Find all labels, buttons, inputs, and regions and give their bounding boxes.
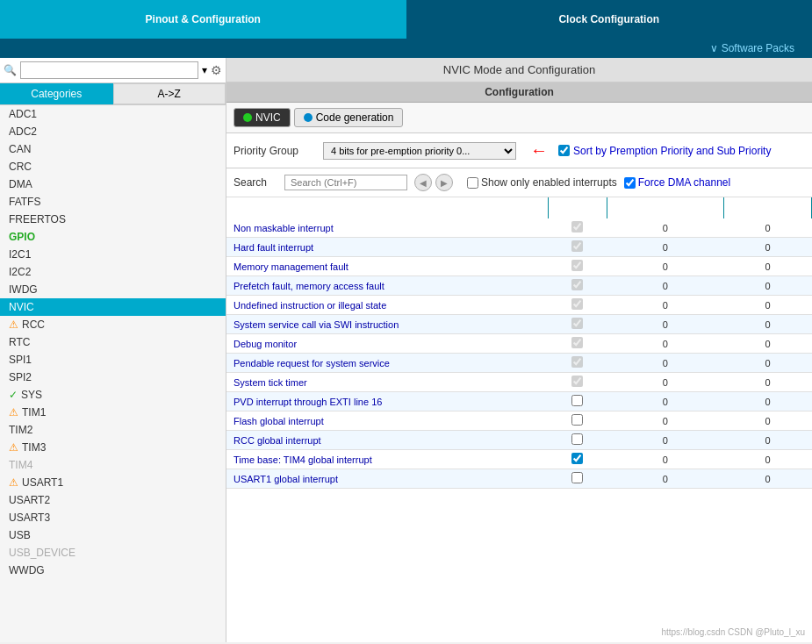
interrupt-sub: 0 (724, 276, 812, 296)
sidebar-item-usb_device[interactable]: USB_DEVICE (0, 544, 226, 562)
sidebar-item-usart2[interactable]: USART2 (0, 491, 226, 509)
header: Pinout & Configuration Clock Configurati… (0, 0, 812, 39)
sidebar-search-input[interactable] (20, 61, 198, 79)
sidebar-item-label: USART3 (9, 512, 50, 524)
interrupt-enabled-checkbox[interactable] (571, 337, 583, 348)
priority-group-label: Priority Group (234, 145, 313, 157)
sidebar-item-i2c1[interactable]: I2C1 (0, 246, 226, 263)
table-row: Memory management fault00 (226, 257, 812, 276)
sidebar-item-dma[interactable]: DMA (0, 175, 226, 193)
tab-code-gen[interactable]: Code generation (294, 108, 404, 127)
table-row: System service call via SWI instruction0… (226, 315, 812, 334)
interrupt-enabled-checkbox[interactable] (571, 472, 583, 483)
sidebar-item-can[interactable]: CAN (0, 140, 226, 158)
warn-icon: ⚠ (9, 476, 18, 489)
sidebar-item-usb[interactable]: USB (0, 526, 226, 544)
sidebar-item-label: RCC (22, 318, 45, 331)
interrupt-enabled (549, 315, 607, 334)
interrupt-preemption: 0 (607, 373, 723, 392)
sidebar-list: ADC1ADC2CANCRCDMAFATFSFREERTOSGPIOI2C1I2… (0, 105, 226, 642)
gear-icon[interactable]: ⚙ (211, 63, 222, 77)
sidebar-item-tim1[interactable]: ⚠ TIM1 (0, 404, 226, 421)
sidebar-item-sys[interactable]: ✓ SYS (0, 386, 226, 404)
software-packs-link[interactable]: ∨ Software Packs (710, 42, 794, 54)
priority-group-row: Priority Group 4 bits for pre-emption pr… (226, 133, 812, 168)
col-name: NVIC Interrupt Table (226, 197, 549, 218)
sidebar-item-tim4[interactable]: TIM4 (0, 456, 226, 474)
force-dma-checkbox[interactable] (624, 177, 636, 189)
pinout-tab[interactable]: Pinout & Configuration (0, 0, 406, 39)
table-row: Flash global interrupt00 (226, 411, 812, 431)
interrupt-enabled (549, 354, 607, 373)
sidebar-item-label: FREERTOS (9, 213, 66, 225)
sidebar-item-label: IWDG (9, 283, 38, 296)
table-row: Prefetch fault, memory access fault00 (226, 276, 812, 296)
sidebar-item-tim2[interactable]: TIM2 (0, 421, 226, 439)
sidebar-item-tim3[interactable]: ⚠ TIM3 (0, 439, 226, 456)
filter-options: Show only enabled interrupts Force DMA c… (467, 176, 730, 189)
interrupt-name: Prefetch fault, memory access fault (226, 276, 549, 296)
interrupt-preemption: 0 (607, 296, 723, 315)
dropdown-icon[interactable]: ▾ (202, 64, 207, 76)
interrupt-enabled-checkbox[interactable] (571, 221, 583, 233)
sidebar-item-crc[interactable]: CRC (0, 158, 226, 175)
sidebar-item-spi2[interactable]: SPI2 (0, 369, 226, 386)
interrupt-sub: 0 (724, 431, 812, 450)
sidebar-item-usart3[interactable]: USART3 (0, 509, 226, 526)
sidebar-item-usart1[interactable]: ⚠ USART1 (0, 474, 226, 491)
sidebar-item-i2c2[interactable]: I2C2 (0, 263, 226, 281)
interrupt-name: Undefined instruction or illegal state (226, 296, 549, 315)
sidebar-item-wwdg[interactable]: WWDG (0, 562, 226, 579)
sidebar-item-label: TIM2 (9, 424, 32, 436)
priority-group-select[interactable]: 4 bits for pre-emption priority 0... (323, 142, 516, 160)
interrupt-name: RCC global interrupt (226, 431, 549, 450)
sidebar: 🔍 ▾ ⚙ Categories A->Z ADC1ADC2CANCRCDMAF… (0, 58, 226, 642)
sidebar-item-adc2[interactable]: ADC2 (0, 123, 226, 140)
sidebar-item-label: USART1 (22, 476, 63, 489)
interrupt-enabled (549, 431, 607, 450)
interrupt-enabled-checkbox[interactable] (571, 376, 583, 387)
sidebar-item-freertos[interactable]: FREERTOS (0, 211, 226, 228)
sidebar-item-label: USB_DEVICE (9, 547, 75, 559)
show-enabled-checkbox[interactable] (467, 177, 478, 189)
interrupt-enabled-checkbox[interactable] (571, 260, 583, 271)
interrupt-enabled-checkbox[interactable] (571, 453, 583, 464)
watermark: https://blog.csdn CSDN @Pluto_l_xu (661, 627, 805, 637)
interrupt-enabled-checkbox[interactable] (571, 298, 583, 310)
sidebar-item-rcc[interactable]: ⚠ RCC (0, 316, 226, 333)
search-input[interactable] (284, 175, 407, 190)
interrupt-preemption: 0 (607, 354, 723, 373)
tab-nvic[interactable]: NVIC (234, 108, 291, 127)
interrupt-enabled-checkbox[interactable] (571, 433, 583, 445)
sidebar-item-gpio[interactable]: GPIO (0, 228, 226, 246)
interrupt-preemption: 0 (607, 276, 723, 296)
table-row: Undefined instruction or illegal state00 (226, 296, 812, 315)
interrupt-sub: 0 (724, 373, 812, 392)
interrupt-enabled-checkbox[interactable] (571, 318, 583, 329)
sidebar-item-nvic[interactable]: NVIC (0, 298, 226, 316)
sidebar-item-iwdg[interactable]: IWDG (0, 281, 226, 298)
table-row: System tick timer00 (226, 373, 812, 392)
interrupt-enabled-checkbox[interactable] (571, 395, 583, 406)
clock-tab[interactable]: Clock Configuration (406, 0, 813, 39)
interrupt-name: Pendable request for system service (226, 354, 549, 373)
interrupt-preemption: 0 (607, 257, 723, 276)
tab-az[interactable]: A->Z (113, 83, 226, 104)
sidebar-item-label: SPI2 (9, 371, 32, 383)
col-enabled: Enabled (549, 197, 607, 218)
interrupt-enabled-checkbox[interactable] (571, 414, 583, 426)
sort-checkbox[interactable] (558, 145, 570, 156)
interrupt-sub: 0 (724, 469, 812, 489)
search-label: Search (234, 176, 277, 189)
interrupt-enabled-checkbox[interactable] (571, 240, 583, 252)
sidebar-item-adc1[interactable]: ADC1 (0, 105, 226, 123)
search-prev-button[interactable]: ◀ (414, 174, 432, 191)
sidebar-item-fatfs[interactable]: FATFS (0, 193, 226, 211)
interrupt-enabled-checkbox[interactable] (571, 279, 583, 290)
interrupt-enabled-checkbox[interactable] (571, 356, 583, 368)
sidebar-item-rtc[interactable]: RTC (0, 333, 226, 351)
search-next-button[interactable]: ▶ (435, 174, 453, 191)
tab-categories[interactable]: Categories (0, 83, 113, 104)
sidebar-item-spi1[interactable]: SPI1 (0, 351, 226, 369)
main-area: 🔍 ▾ ⚙ Categories A->Z ADC1ADC2CANCRCDMAF… (0, 58, 812, 642)
